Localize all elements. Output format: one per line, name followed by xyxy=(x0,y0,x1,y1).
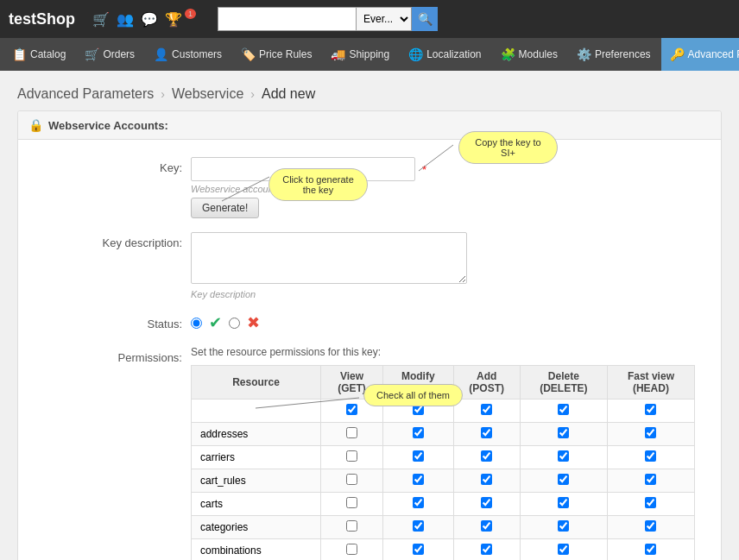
users-icon[interactable]: 👥 xyxy=(117,11,134,28)
perm-checkbox-fast-2[interactable] xyxy=(645,450,656,462)
nav-item-price-rules[interactable]: 🏷️ Price Rules xyxy=(232,38,320,71)
perm-view-1 xyxy=(321,423,383,446)
perm-checkbox-view-6[interactable] xyxy=(346,544,357,555)
breadcrumb: Advanced Parameters › Webservice › Add n… xyxy=(0,71,739,110)
perm-checkbox-add-4[interactable] xyxy=(481,497,492,508)
perm-checkbox-fast-6[interactable] xyxy=(645,544,656,555)
trophy-icon[interactable]: 🏆 xyxy=(165,11,182,28)
perm-view-4 xyxy=(321,493,383,516)
perm-resource-0 xyxy=(192,400,321,423)
advanced-parameters-icon: 🔑 xyxy=(670,47,685,61)
table-row: combinations xyxy=(192,539,695,561)
perm-checkbox-fast-0[interactable] xyxy=(645,404,656,415)
table-row: carriers xyxy=(192,446,695,469)
permissions-row: Permissions: Set the resource permission… xyxy=(44,346,695,560)
perm-delete-2 xyxy=(520,446,607,469)
perm-checkbox-modify-1[interactable] xyxy=(413,427,424,438)
perm-add-1 xyxy=(453,423,520,446)
perm-checkbox-view-2[interactable] xyxy=(346,450,357,462)
perm-checkbox-delete-1[interactable] xyxy=(558,427,569,438)
perm-checkbox-delete-4[interactable] xyxy=(558,497,569,508)
nav-item-customers[interactable]: 👤 Customers xyxy=(145,38,231,71)
catalog-icon: 📋 xyxy=(12,47,27,61)
key-description-textarea[interactable] xyxy=(191,232,467,284)
perm-checkbox-modify-4[interactable] xyxy=(413,497,424,508)
table-row: addresses xyxy=(192,423,695,446)
perm-checkbox-add-6[interactable] xyxy=(481,544,492,555)
perm-checkbox-delete-3[interactable] xyxy=(558,474,569,485)
perm-checkbox-add-2[interactable] xyxy=(481,450,492,462)
status-content: ✔ ✖ xyxy=(191,313,695,332)
perm-view-5 xyxy=(321,516,383,539)
nav-label-preferences: Preferences xyxy=(595,48,651,60)
perm-checkbox-view-5[interactable] xyxy=(346,520,357,532)
main-content: 🔒 Webservice Accounts: Key: * Copy the k… xyxy=(0,110,739,560)
callout-check-all: Check all of them xyxy=(363,384,463,406)
perm-checkbox-view-4[interactable] xyxy=(346,497,357,508)
perm-checkbox-delete-0[interactable] xyxy=(558,404,569,415)
nav-item-shipping[interactable]: 🚚 Shipping xyxy=(322,38,398,71)
breadcrumb-webservice[interactable]: Webservice xyxy=(172,86,243,102)
perm-checkbox-add-3[interactable] xyxy=(481,474,492,485)
perm-add-2 xyxy=(453,446,520,469)
permissions-label: Permissions: xyxy=(44,346,182,364)
perm-delete-1 xyxy=(520,423,607,446)
perm-fast-5 xyxy=(607,516,694,539)
status-enabled-radio[interactable] xyxy=(191,318,202,329)
status-disabled-icon: ✖ xyxy=(247,313,260,332)
table-row: categories xyxy=(192,516,695,539)
callout-copy: Copy the key to SI+ xyxy=(458,131,558,164)
cart-icon[interactable]: 🛒 xyxy=(92,11,110,28)
perm-checkbox-fast-1[interactable] xyxy=(645,427,656,438)
perm-checkbox-view-1[interactable] xyxy=(346,427,357,438)
perm-resource-1: addresses xyxy=(192,423,321,446)
nav-item-localization[interactable]: 🌐 Localization xyxy=(400,38,490,71)
perm-checkbox-modify-6[interactable] xyxy=(413,544,424,555)
perm-col-add: Add (POST) xyxy=(453,366,520,400)
search-scope-select[interactable]: Ever... xyxy=(356,7,412,31)
table-row: carts xyxy=(192,493,695,516)
perm-checkbox-view-3[interactable] xyxy=(346,474,357,485)
perm-checkbox-fast-4[interactable] xyxy=(645,497,656,508)
search-button[interactable]: 🔍 xyxy=(412,7,438,31)
orders-icon: 🛒 xyxy=(85,47,99,61)
perm-add-5 xyxy=(453,516,520,539)
perm-checkbox-modify-2[interactable] xyxy=(413,450,424,462)
perm-delete-0 xyxy=(520,400,607,423)
modules-icon: 🧩 xyxy=(501,47,515,61)
perm-checkbox-view-0[interactable] xyxy=(346,404,357,415)
nav-item-advanced-parameters[interactable]: 🔑 Advanced Parameters xyxy=(661,38,739,71)
generate-button[interactable]: Generate! xyxy=(191,198,259,218)
perm-checkbox-add-5[interactable] xyxy=(481,520,492,532)
perm-view-6 xyxy=(321,539,383,561)
perm-checkbox-delete-6[interactable] xyxy=(558,544,569,555)
chat-icon[interactable]: 💬 xyxy=(141,11,158,28)
webservice-panel: 🔒 Webservice Accounts: Key: * Copy the k… xyxy=(17,110,722,560)
nav-item-preferences[interactable]: ⚙️ Preferences xyxy=(568,38,660,71)
nav-item-catalog[interactable]: 📋 Catalog xyxy=(3,38,74,71)
table-row: cart_rules xyxy=(192,469,695,493)
status-disabled-radio[interactable] xyxy=(229,318,240,329)
perm-checkbox-delete-2[interactable] xyxy=(558,450,569,462)
key-description-label: Key description: xyxy=(44,232,182,249)
callout-generate: Click to generate the key xyxy=(268,168,368,201)
shipping-icon: 🚚 xyxy=(331,47,345,61)
nav-item-orders[interactable]: 🛒 Orders xyxy=(76,38,143,71)
perm-checkbox-add-1[interactable] xyxy=(481,427,492,438)
nav-label-shipping: Shipping xyxy=(349,48,389,60)
perm-checkbox-delete-5[interactable] xyxy=(558,520,569,532)
perm-resource-4: carts xyxy=(192,493,321,516)
perm-fast-3 xyxy=(607,469,694,493)
perm-checkbox-fast-3[interactable] xyxy=(645,474,656,485)
perm-fast-1 xyxy=(607,423,694,446)
breadcrumb-sep-1: › xyxy=(161,87,165,101)
nav-label-catalog: Catalog xyxy=(30,48,66,60)
nav-item-modules[interactable]: 🧩 Modules xyxy=(492,38,566,71)
perm-checkbox-modify-5[interactable] xyxy=(413,520,424,532)
perm-checkbox-modify-3[interactable] xyxy=(413,474,424,485)
search-input[interactable] xyxy=(218,7,356,31)
perm-checkbox-fast-5[interactable] xyxy=(645,520,656,532)
perm-delete-5 xyxy=(520,516,607,539)
perm-checkbox-add-0[interactable] xyxy=(481,404,492,415)
breadcrumb-advanced-parameters[interactable]: Advanced Parameters xyxy=(17,86,154,102)
